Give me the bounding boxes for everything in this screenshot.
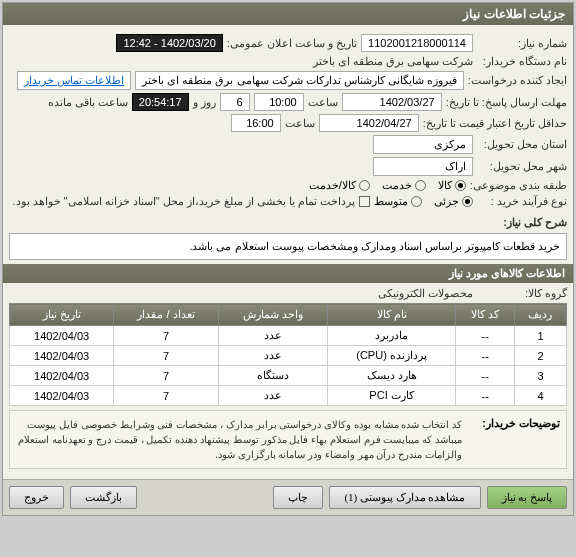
remaining-label: ساعت باقی مانده (48, 96, 128, 109)
footer-bar: پاسخ به نیاز مشاهده مدارک پیوستی (1) چاپ… (3, 479, 573, 515)
reply-button[interactable]: پاسخ به نیاز (487, 486, 568, 509)
deadline-time: 10:00 (254, 93, 304, 111)
creator-label: ایجاد کننده درخواست: (468, 74, 567, 87)
need-no-label: شماره نیاز: (477, 37, 567, 50)
note-text: کد انتخاب شده مشابه بوده وکالای درخواستی… (16, 417, 462, 462)
window-title: جزئیات اطلاعات نیاز (3, 3, 573, 25)
table-cell: 4 (514, 386, 566, 406)
opt-both-label: کالا/خدمت (309, 179, 356, 192)
group-label: گروه کالا: (477, 287, 567, 300)
table-row[interactable]: 3--هارد دیسکدستگاه71402/04/03 (10, 366, 567, 386)
payment-checkbox[interactable] (359, 196, 370, 207)
back-button[interactable]: بازگشت (70, 486, 137, 509)
table-cell: عدد (218, 386, 327, 406)
items-section-header: اطلاعات کالاهای مورد نیاز (3, 264, 573, 283)
th-name[interactable]: نام کالا (327, 304, 456, 326)
table-row[interactable]: 2--پردازنده (CPU)عدد71402/04/03 (10, 346, 567, 366)
payment-note: پرداخت تمام یا بخشی از مبلغ خرید،از محل … (12, 195, 355, 208)
validity-time: 16:00 (231, 114, 281, 132)
table-cell: -- (456, 386, 514, 406)
days-value: 6 (220, 93, 250, 111)
table-cell: -- (456, 346, 514, 366)
table-cell: 1402/04/03 (10, 346, 114, 366)
print-button[interactable]: چاپ (273, 486, 323, 509)
buyer-note-box: توضیحات خریدار: کد انتخاب شده مشابه بوده… (9, 410, 567, 469)
th-date[interactable]: تاریخ نیاز (10, 304, 114, 326)
items-table: ردیف کد کالا نام کالا واحد شمارش تعداد /… (9, 303, 567, 406)
th-row[interactable]: ردیف (514, 304, 566, 326)
time-label-1: ساعت (308, 96, 338, 109)
time-label-2: ساعت (285, 117, 315, 130)
main-window: جزئیات اطلاعات نیاز شماره نیاز: 11020012… (2, 2, 574, 516)
table-cell: -- (456, 326, 514, 346)
table-cell: 1402/04/03 (10, 326, 114, 346)
public-dt-value: 1402/03/20 - 12:42 (116, 34, 222, 52)
category-label: طبقه بندی موضوعی: (470, 179, 567, 192)
public-dt-label: تاریخ و ساعت اعلان عمومی: (227, 37, 357, 50)
buyer-label: نام دستگاه خریدار: (477, 55, 567, 68)
need-no-value: 1102001218000114 (361, 34, 473, 52)
process-label: نوع فرآیند خرید : (477, 195, 567, 208)
group-value: محصولات الکترونیکی (378, 287, 473, 300)
content-area: شماره نیاز: 1102001218000114 تاریخ و ساع… (3, 25, 573, 479)
validity-date: 1402/04/27 (319, 114, 419, 132)
deadline-date: 1402/03/27 (342, 93, 442, 111)
validity-label: حداقل تاریخ اعتبار قیمت تا تاریخ: (423, 117, 567, 130)
table-cell: دستگاه (218, 366, 327, 386)
radio-both[interactable] (359, 180, 370, 191)
province-value: مرکزی (373, 135, 473, 154)
radio-low[interactable] (462, 196, 473, 207)
opt-mid-label: متوسط (374, 195, 408, 208)
table-cell: 1402/04/03 (10, 386, 114, 406)
table-cell: هارد دیسک (327, 366, 456, 386)
table-cell: کارت PCI (327, 386, 456, 406)
category-radio-group: کالا خدمت کالا/خدمت (309, 179, 466, 192)
city-label: شهر محل تحویل: (477, 160, 567, 173)
table-cell: 1402/04/03 (10, 366, 114, 386)
desc-label: شرح کلی نیاز: (477, 216, 567, 229)
creator-value: فیروزه شایگانی کارشناس تدارکات شرکت سهام… (135, 71, 464, 90)
desc-text: خرید قطعات کامپیوتر براساس اسناد ومدارک … (9, 233, 567, 260)
radio-service[interactable] (415, 180, 426, 191)
opt-low-label: جزئی (434, 195, 459, 208)
th-code[interactable]: کد کالا (456, 304, 514, 326)
radio-goods[interactable] (455, 180, 466, 191)
note-label: توضیحات خریدار: (470, 417, 560, 462)
days-label: روز و (193, 96, 216, 109)
attachments-button[interactable]: مشاهده مدارک پیوستی (1) (329, 486, 480, 509)
city-value: اراک (373, 157, 473, 176)
exit-button[interactable]: خروج (9, 486, 64, 509)
table-cell: مادربرد (327, 326, 456, 346)
th-unit[interactable]: واحد شمارش (218, 304, 327, 326)
table-cell: 2 (514, 346, 566, 366)
buyer-value: شرکت سهامی برق منطقه ای باختر (313, 55, 473, 68)
table-row[interactable]: 4--کارت PCIعدد71402/04/03 (10, 386, 567, 406)
th-qty[interactable]: تعداد / مقدار (114, 304, 218, 326)
table-cell: 1 (514, 326, 566, 346)
table-cell: 7 (114, 346, 218, 366)
table-cell: -- (456, 366, 514, 386)
table-cell: 7 (114, 386, 218, 406)
contact-link[interactable]: اطلاعات تماس خریدار (17, 71, 131, 90)
table-cell: عدد (218, 326, 327, 346)
opt-service-label: خدمت (382, 179, 412, 192)
table-row[interactable]: 1--مادربردعدد71402/04/03 (10, 326, 567, 346)
radio-mid[interactable] (411, 196, 422, 207)
province-label: استان محل تحویل: (477, 138, 567, 151)
table-cell: پردازنده (CPU) (327, 346, 456, 366)
process-radio-group: جزئی متوسط (374, 195, 473, 208)
opt-goods-label: کالا (438, 179, 452, 192)
table-header-row: ردیف کد کالا نام کالا واحد شمارش تعداد /… (10, 304, 567, 326)
table-cell: 3 (514, 366, 566, 386)
table-cell: 7 (114, 326, 218, 346)
table-cell: 7 (114, 366, 218, 386)
table-cell: عدد (218, 346, 327, 366)
remaining-time: 20:54:17 (132, 93, 189, 111)
deadline-label: مهلت ارسال پاسخ: تا تاریخ: (446, 96, 567, 109)
